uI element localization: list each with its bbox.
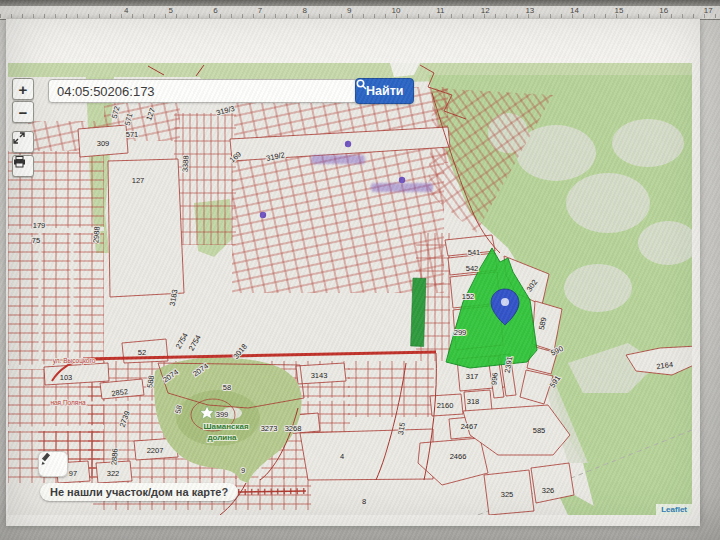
map-label: 541 — [468, 248, 481, 257]
map-label: 179 — [33, 221, 46, 230]
map-label: 103 — [60, 373, 73, 382]
map-label: 299 — [454, 328, 467, 337]
ruler-number: 6 — [213, 6, 217, 15]
map-label: 2988 — [91, 226, 101, 243]
zoom-out-button[interactable]: − — [12, 101, 34, 123]
map-label: 2207 — [147, 446, 164, 455]
printer-icon — [13, 156, 26, 168]
ruler-number: 5 — [169, 6, 173, 15]
search-button[interactable]: Найти — [355, 78, 414, 104]
map-label: 97 — [69, 469, 77, 478]
map-label: 3273 — [261, 424, 278, 433]
ruler-number: 4 — [124, 6, 128, 15]
map-label: 309 — [97, 139, 110, 148]
map-label: 2467 — [461, 422, 478, 431]
settlement-marker-icon — [260, 212, 266, 218]
zoom-in-button[interactable]: + — [12, 78, 34, 100]
map-label: 542 — [466, 264, 479, 273]
map-label: 9 — [241, 466, 245, 475]
map-label: 996 — [489, 372, 499, 385]
map-label: 2466 — [450, 452, 467, 461]
ruler-number: 9 — [347, 6, 351, 15]
map-label: 399 — [216, 410, 229, 419]
map-label: 4 — [340, 452, 344, 461]
green-strip-parcel — [411, 278, 426, 346]
map-label: 3268 — [285, 424, 302, 433]
map-label: 127 — [132, 176, 145, 185]
cadastral-map: 309572571571127319/3169319/2338812717975… — [8, 63, 692, 515]
map-label: 152 — [462, 292, 475, 301]
ruler-number: 11 — [436, 6, 444, 15]
ruler-number: 16 — [659, 6, 668, 15]
map-label: 58 — [223, 383, 231, 392]
map-label: 2886 — [109, 448, 119, 465]
map-label: ная Поляна — [50, 399, 86, 406]
ruler-number: 13 — [525, 6, 534, 15]
leaflet-attribution[interactable]: Leaflet — [656, 504, 692, 515]
map-label: 3143 — [311, 371, 328, 380]
map-label: 326 — [542, 486, 555, 495]
expand-button[interactable] — [12, 131, 34, 153]
map-label: 317 — [466, 372, 479, 381]
search-input[interactable] — [48, 79, 358, 103]
map-label: 8 — [362, 497, 366, 506]
document-ruler: 4567891011121314151617 — [0, 6, 720, 20]
ruler-number: 14 — [570, 6, 579, 15]
map-label: 52 — [138, 348, 146, 357]
map-label: Шаманская — [203, 422, 248, 431]
edit-button[interactable] — [38, 451, 68, 477]
pencil-icon — [39, 452, 53, 466]
search-icon — [356, 79, 367, 90]
ruler-number: 10 — [392, 6, 401, 15]
map-label: 322 — [107, 469, 120, 478]
map-label: 3388 — [181, 155, 191, 172]
map-label: ул. Высоцкого — [53, 357, 96, 365]
map-canvas[interactable]: 309572571571127319/3169319/2338812717975… — [8, 63, 692, 515]
search-button-label: Найти — [366, 84, 403, 98]
ruler-number: 7 — [258, 6, 262, 15]
map-label: 571 — [126, 130, 139, 139]
ruler-number: 15 — [615, 6, 624, 15]
settlement-marker-icon — [399, 177, 405, 183]
map-label: долина — [207, 433, 237, 442]
map-label: 2160 — [437, 401, 454, 410]
settlement-marker-icon — [345, 141, 351, 147]
map-label: 75 — [32, 236, 40, 245]
map-label: 585 — [533, 426, 546, 435]
ruler-number: 8 — [302, 6, 306, 15]
ruler-number: 12 — [481, 6, 490, 15]
map-label: 325 — [501, 490, 514, 499]
photographed-screen: 4567891011121314151617 — [0, 0, 720, 540]
not-found-link[interactable]: Не нашли участок/дом на карте? — [40, 483, 238, 501]
ruler-number: 17 — [704, 6, 713, 15]
document-page: 309572571571127319/3169319/2338812717975… — [6, 19, 700, 526]
expand-arrows-icon — [13, 132, 25, 144]
print-button[interactable] — [12, 155, 34, 177]
map-label: 318 — [467, 397, 480, 406]
